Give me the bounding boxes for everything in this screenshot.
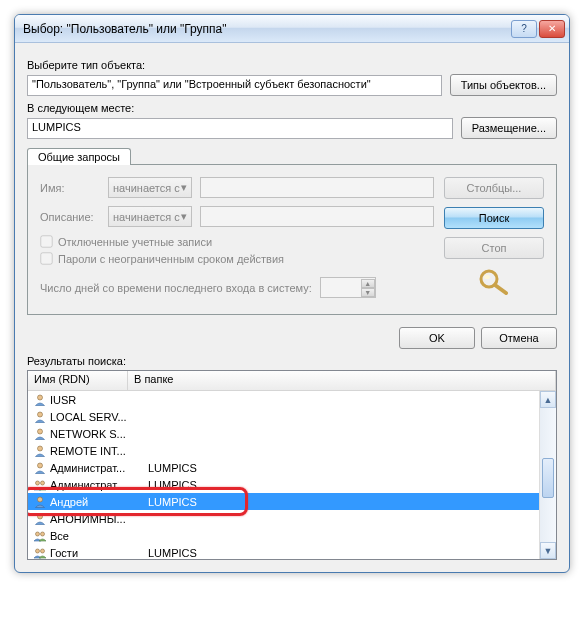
object-types-button[interactable]: Типы объектов... <box>450 74 557 96</box>
disabled-accounts-checkbox <box>40 235 52 247</box>
svg-point-5 <box>38 429 43 434</box>
stop-button[interactable]: Стоп <box>444 237 544 259</box>
table-row[interactable]: REMOTE INT... <box>28 442 556 459</box>
help-button[interactable]: ? <box>511 20 537 38</box>
scroll-up-icon[interactable]: ▲ <box>540 391 556 408</box>
close-button[interactable]: ✕ <box>539 20 565 38</box>
svg-point-6 <box>38 446 43 451</box>
scrollbar-track[interactable] <box>540 408 556 542</box>
spinner-up-icon: ▲ <box>361 279 375 288</box>
group-icon <box>32 478 48 492</box>
user-icon <box>32 512 48 526</box>
tab-panel: Имя: начинается с ▾ Описание: начинается… <box>27 164 557 315</box>
desc-match-select: начинается с ▾ <box>108 206 192 227</box>
svg-point-4 <box>38 412 43 417</box>
cell-name: NETWORK S... <box>50 428 144 440</box>
cell-name: IUSR <box>50 394 144 406</box>
scrollbar-thumb[interactable] <box>542 458 554 498</box>
cell-folder: LUMPICS <box>148 479 556 491</box>
password-noexpire-checkbox <box>40 252 52 264</box>
column-name-header[interactable]: Имя (RDN) <box>28 371 128 390</box>
chevron-down-icon: ▾ <box>181 210 187 223</box>
location-label: В следующем месте: <box>27 102 557 114</box>
cell-name: LOCAL SERV... <box>50 411 144 423</box>
table-row[interactable]: ГостиLUMPICS <box>28 544 556 560</box>
svg-point-10 <box>38 497 43 502</box>
titlebar: Выбор: "Пользователь" или "Группа" ? ✕ <box>15 15 569 43</box>
vertical-scrollbar[interactable]: ▲ ▼ <box>539 391 556 559</box>
user-icon <box>32 495 48 509</box>
location-field[interactable]: LUMPICS <box>27 118 453 139</box>
cell-name: REMOTE INT... <box>50 445 144 457</box>
user-icon <box>32 461 48 475</box>
scroll-down-icon[interactable]: ▼ <box>540 542 556 559</box>
name-match-select: начинается с ▾ <box>108 177 192 198</box>
cell-name: Гости <box>50 547 144 559</box>
help-icon: ? <box>521 23 527 34</box>
desc-filter-label: Описание: <box>40 211 100 223</box>
svg-line-1 <box>495 285 506 293</box>
cell-name: Все <box>50 530 144 542</box>
table-row[interactable]: Все <box>28 527 556 544</box>
cell-folder: LUMPICS <box>148 547 556 559</box>
disabled-accounts-label: Отключенные учетные записи <box>58 236 212 248</box>
object-type-label: Выберите тип объекта: <box>27 59 557 71</box>
results-listview[interactable]: Имя (RDN) В папке IUSRLOCAL SERV...NETWO… <box>27 370 557 560</box>
svg-point-3 <box>38 395 43 400</box>
columns-button[interactable]: Столбцы... <box>444 177 544 199</box>
table-row[interactable]: АндрейLUMPICS <box>28 493 556 510</box>
cell-name: Администрат... <box>50 462 144 474</box>
svg-point-8 <box>36 481 40 485</box>
name-filter-label: Имя: <box>40 182 100 194</box>
cell-name: Администрат... <box>50 479 144 491</box>
results-label: Результаты поиска: <box>27 355 557 367</box>
group-icon <box>32 546 48 560</box>
svg-point-14 <box>36 549 40 553</box>
user-icon <box>32 410 48 424</box>
results-header: Имя (RDN) В папке <box>28 371 556 391</box>
group-icon <box>32 529 48 543</box>
table-row[interactable]: LOCAL SERV... <box>28 408 556 425</box>
days-since-logon-label: Число дней со времени последнего входа в… <box>40 282 312 294</box>
svg-point-12 <box>36 532 40 536</box>
locations-button[interactable]: Размещение... <box>461 117 557 139</box>
tab-common-queries[interactable]: Общие запросы <box>27 148 131 165</box>
user-icon <box>32 444 48 458</box>
table-row[interactable]: Администрат...LUMPICS <box>28 476 556 493</box>
name-filter-input <box>200 177 434 198</box>
table-row[interactable]: IUSR <box>28 391 556 408</box>
days-since-logon-spinner: ▲ ▼ <box>320 277 376 298</box>
cell-name: Андрей <box>50 496 144 508</box>
window-title: Выбор: "Пользователь" или "Группа" <box>23 22 509 36</box>
table-row[interactable]: АНОНИМНЫ... <box>28 510 556 527</box>
table-row[interactable]: Администрат...LUMPICS <box>28 459 556 476</box>
dialog-content: Выберите тип объекта: "Пользователь", "Г… <box>15 43 569 572</box>
svg-point-2 <box>484 275 490 279</box>
password-noexpire-label: Пароли с неограниченным сроком действия <box>58 253 284 265</box>
cell-folder: LUMPICS <box>148 496 556 508</box>
chevron-down-icon: ▾ <box>181 181 187 194</box>
svg-point-7 <box>38 463 43 468</box>
svg-point-11 <box>38 514 43 519</box>
column-folder-header[interactable]: В папке <box>128 371 556 390</box>
cell-name: АНОНИМНЫ... <box>50 513 144 525</box>
spinner-down-icon: ▼ <box>361 288 375 297</box>
search-button[interactable]: Поиск <box>444 207 544 229</box>
svg-point-13 <box>41 532 45 536</box>
dialog-window: Выбор: "Пользователь" или "Группа" ? ✕ В… <box>14 14 570 573</box>
user-icon <box>32 393 48 407</box>
svg-point-9 <box>41 481 45 485</box>
table-row[interactable]: NETWORK S... <box>28 425 556 442</box>
user-icon <box>32 427 48 441</box>
close-icon: ✕ <box>548 23 556 34</box>
cancel-button[interactable]: Отмена <box>481 327 557 349</box>
desc-filter-input <box>200 206 434 227</box>
cell-folder: LUMPICS <box>148 462 556 474</box>
svg-point-15 <box>41 549 45 553</box>
ok-button[interactable]: OK <box>399 327 475 349</box>
magnifier-icon <box>476 267 512 302</box>
object-type-field[interactable]: "Пользователь", "Группа" или "Встроенный… <box>27 75 442 96</box>
